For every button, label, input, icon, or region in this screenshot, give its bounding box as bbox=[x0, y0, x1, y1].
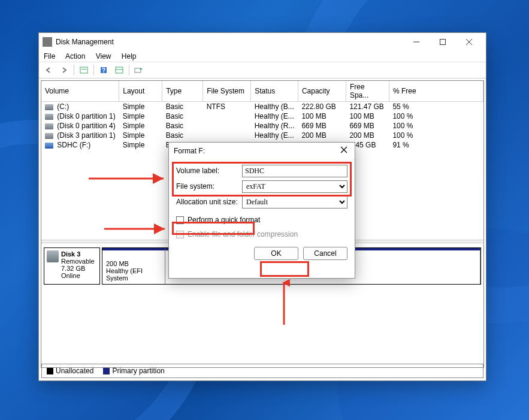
maximize-button[interactable] bbox=[430, 33, 456, 51]
disk-icon bbox=[47, 250, 59, 262]
forward-button[interactable] bbox=[58, 64, 70, 76]
col-volume[interactable]: Volume bbox=[41, 81, 119, 102]
allocation-unit-select[interactable]: Default bbox=[242, 196, 347, 209]
volume-icon bbox=[45, 123, 53, 129]
minimize-button[interactable] bbox=[403, 33, 430, 51]
volume-icon bbox=[45, 133, 53, 139]
close-button[interactable] bbox=[456, 33, 482, 51]
quick-format-label: Perform a quick format bbox=[188, 216, 260, 224]
cancel-button[interactable]: Cancel bbox=[303, 247, 347, 260]
legend-swatch-unallocated bbox=[47, 368, 53, 374]
menubar: File Action View Help bbox=[39, 51, 486, 62]
col-capacity[interactable]: Capacity bbox=[298, 81, 346, 102]
partition-1[interactable]: 200 MB Healthy (EFI System bbox=[102, 248, 165, 284]
app-icon bbox=[43, 37, 52, 47]
quick-format-checkbox[interactable] bbox=[176, 216, 184, 224]
svg-rect-2 bbox=[81, 69, 86, 70]
svg-rect-6 bbox=[135, 68, 141, 72]
menu-help[interactable]: Help bbox=[122, 52, 137, 61]
table-row[interactable]: (Disk 0 partition 1)SimpleBasicHealthy (… bbox=[41, 111, 483, 121]
table-row[interactable]: (Disk 0 partition 4)SimpleBasicHealthy (… bbox=[41, 121, 483, 131]
titlebar[interactable]: Disk Management bbox=[39, 33, 486, 51]
toolbar: ? bbox=[39, 62, 486, 78]
disk-size: 7.32 GB bbox=[61, 265, 85, 272]
settings-icon[interactable] bbox=[78, 64, 90, 76]
quick-format-row[interactable]: Perform a quick format bbox=[176, 216, 347, 224]
ok-button[interactable]: OK bbox=[254, 247, 298, 260]
legend-swatch-primary bbox=[103, 368, 110, 374]
col-filesystem[interactable]: File System bbox=[203, 81, 251, 102]
volume-label-input[interactable] bbox=[242, 165, 347, 177]
back-button[interactable] bbox=[43, 64, 55, 76]
file-system-label: File system: bbox=[176, 182, 242, 191]
compression-row: Enable file and folder compression bbox=[176, 230, 347, 238]
volume-table[interactable]: Volume Layout Type File System Status Ca… bbox=[41, 81, 483, 150]
disk-type: Removable bbox=[61, 258, 95, 265]
volume-label-label: Volume label: bbox=[176, 167, 242, 175]
svg-rect-5 bbox=[116, 67, 123, 73]
col-free[interactable]: Free Spa... bbox=[346, 81, 389, 102]
format-dialog: Format F: Volume label: File system: exF… bbox=[168, 142, 355, 279]
disk-name: Disk 3 bbox=[61, 250, 80, 258]
volume-icon bbox=[45, 143, 53, 149]
col-pctfree[interactable]: % Free bbox=[389, 81, 483, 102]
compression-checkbox bbox=[176, 231, 184, 238]
menu-action[interactable]: Action bbox=[65, 52, 85, 61]
dialog-close-button[interactable] bbox=[340, 146, 350, 156]
volume-icon bbox=[45, 114, 53, 120]
col-layout[interactable]: Layout bbox=[119, 81, 162, 102]
legend: Unallocated Primary partition bbox=[41, 364, 483, 378]
menu-view[interactable]: View bbox=[96, 52, 111, 61]
svg-rect-1 bbox=[80, 67, 87, 73]
menu-file[interactable]: File bbox=[44, 52, 55, 61]
refresh-icon[interactable] bbox=[133, 64, 145, 76]
volume-icon bbox=[45, 104, 53, 110]
svg-text:?: ? bbox=[102, 67, 105, 74]
svg-rect-0 bbox=[440, 40, 446, 45]
allocation-unit-label: Allocation unit size: bbox=[176, 198, 242, 206]
dialog-title: Format F: bbox=[174, 147, 340, 155]
disk-info[interactable]: Disk 3 Removable 7.32 GB Online bbox=[44, 247, 100, 285]
col-type[interactable]: Type bbox=[162, 81, 203, 102]
file-system-select[interactable]: exFAT bbox=[242, 180, 347, 193]
view-icon[interactable] bbox=[113, 64, 125, 76]
col-status[interactable]: Status bbox=[251, 81, 298, 102]
disk-state: Online bbox=[61, 272, 80, 279]
table-row[interactable]: (C:)SimpleBasicNTFSHealthy (B...222.80 G… bbox=[41, 102, 483, 112]
table-row[interactable]: (Disk 3 partition 1)SimpleBasicHealthy (… bbox=[41, 131, 483, 140]
dialog-titlebar[interactable]: Format F: bbox=[169, 143, 355, 159]
window-title: Disk Management bbox=[56, 38, 403, 46]
help-icon[interactable]: ? bbox=[98, 64, 110, 76]
compression-label: Enable file and folder compression bbox=[188, 230, 298, 238]
